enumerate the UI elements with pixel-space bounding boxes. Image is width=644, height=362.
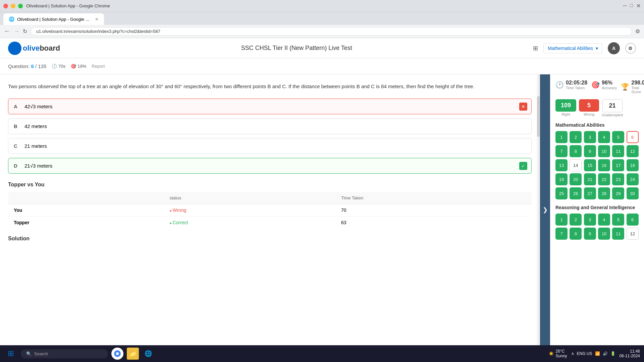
taskbar-search[interactable]: 🔍 Search [21, 349, 108, 358]
math-question-18[interactable]: 18 [627, 159, 639, 171]
file-explorer-icon[interactable]: 📁 [127, 348, 139, 360]
target-stat-icon: 🎯 [591, 81, 600, 89]
header-right: ⊞ Mathematical Abilities ▾ A ⚙ [533, 42, 636, 54]
reasoning-question-11[interactable]: 11 [612, 228, 624, 240]
row-topper-time: 63 [336, 217, 532, 229]
scrollbar-thumb[interactable] [537, 96, 540, 137]
right-label: Right [561, 112, 570, 116]
chevron-down-icon: ▾ [596, 46, 598, 51]
up-arrow-icon[interactable]: ∧ [571, 351, 574, 356]
math-question-13[interactable]: 13 [555, 159, 568, 171]
time-value: 70s [58, 64, 65, 69]
restore-icon[interactable]: □ [630, 3, 633, 9]
total-score-label: Total Score [631, 86, 644, 94]
section-label: Mathematical Abilities [548, 46, 593, 51]
svg-point-3 [116, 352, 119, 355]
reasoning-question-4[interactable]: 4 [598, 214, 610, 226]
avatar[interactable]: A [608, 42, 620, 54]
option-b[interactable]: B 42 meters [8, 118, 532, 134]
settings-icon[interactable]: ⚙ [625, 43, 636, 54]
reasoning-question-1[interactable]: 1 [555, 214, 568, 226]
windows-start-button[interactable]: ⊞ [4, 347, 17, 360]
weather-desc: Sunny [556, 354, 567, 358]
sidebar-toggle[interactable]: ❯ [540, 74, 550, 345]
math-question-23[interactable]: 23 [612, 173, 624, 185]
math-question-15[interactable]: 15 [584, 159, 596, 171]
option-b-text: 42 meters [24, 123, 47, 129]
math-question-9[interactable]: 9 [584, 145, 596, 157]
maximize-button[interactable] [18, 4, 23, 8]
close-button[interactable] [3, 4, 8, 8]
reasoning-question-6[interactable]: 6 [627, 214, 639, 226]
math-question-29[interactable]: 29 [612, 187, 624, 199]
app-container: oliveboard SSC CHSL Tier II (New Pattern… [0, 38, 644, 345]
math-question-1[interactable]: 1 [555, 131, 568, 143]
math-question-4[interactable]: 4 [598, 131, 610, 143]
math-question-3[interactable]: 3 [584, 131, 596, 143]
grid-icon[interactable]: ⊞ [533, 45, 538, 52]
section-selector[interactable]: Mathematical Abilities ▾ [543, 43, 602, 53]
refresh-icon[interactable]: ↻ [23, 28, 27, 35]
accuracy-badge: 🎯 19% [71, 64, 86, 69]
math-question-22[interactable]: 22 [598, 173, 610, 185]
report-link[interactable]: Report [92, 64, 105, 69]
option-d-text: 21√3 meters [24, 163, 52, 169]
math-question-21[interactable]: 21 [584, 173, 596, 185]
row-topper-status: Correct [164, 217, 336, 229]
math-question-17[interactable]: 17 [612, 159, 624, 171]
math-question-19[interactable]: 19 [555, 173, 568, 185]
url-bar[interactable] [31, 27, 632, 36]
wrong-badge: 5 [579, 99, 599, 112]
edge-icon[interactable]: 🌐 [142, 348, 154, 360]
reasoning-question-5[interactable]: 5 [612, 214, 624, 226]
math-question-27[interactable]: 27 [584, 187, 596, 199]
math-question-16[interactable]: 16 [598, 159, 610, 171]
math-question-5[interactable]: 5 [612, 131, 624, 143]
accuracy-stat-label: Accuracy [602, 86, 617, 90]
math-question-11[interactable]: 11 [612, 145, 624, 157]
table-row-you: You Wrong 70 [8, 204, 532, 217]
chrome-icon[interactable] [111, 348, 123, 360]
option-a[interactable]: A 42√3 meters ✕ [8, 99, 532, 114]
reasoning-question-3[interactable]: 3 [584, 214, 596, 226]
math-question-2[interactable]: 2 [570, 131, 582, 143]
clock-time: 11:46 [620, 349, 640, 354]
option-c[interactable]: C 21 meters [8, 138, 532, 154]
back-icon[interactable]: ← [4, 28, 10, 35]
active-tab[interactable]: 🌐 Oliveboard | Solution App - Google Chr… [3, 13, 104, 25]
option-d[interactable]: D 21√3 meters ✓ [8, 158, 532, 174]
reasoning-question-8[interactable]: 8 [570, 228, 582, 240]
tab-close-icon[interactable]: ✕ [95, 17, 99, 22]
reasoning-question-7[interactable]: 7 [555, 228, 568, 240]
math-question-10[interactable]: 10 [598, 145, 610, 157]
row-you-time: 70 [336, 204, 532, 217]
browser-controls[interactable] [3, 4, 23, 8]
math-question-30[interactable]: 30 [627, 187, 639, 199]
reasoning-question-10[interactable]: 10 [598, 228, 610, 240]
math-question-26[interactable]: 26 [570, 187, 582, 199]
math-question-28[interactable]: 28 [598, 187, 610, 199]
reasoning-section-title: Reasoning and General Intelligence [555, 205, 639, 210]
trophy-icon: 🏆 [621, 83, 629, 91]
app-header: oliveboard SSC CHSL Tier II (New Pattern… [0, 38, 644, 58]
option-a-label: A [14, 104, 20, 109]
math-question-25[interactable]: 25 [555, 187, 568, 199]
extension-icon[interactable]: ⚙ [635, 28, 640, 35]
reasoning-question-12[interactable]: 12 [627, 228, 639, 240]
math-question-6[interactable]: 6 [627, 131, 639, 143]
scrollbar-track[interactable] [537, 74, 540, 345]
math-question-7[interactable]: 7 [555, 145, 568, 157]
reasoning-question-2[interactable]: 2 [570, 214, 582, 226]
forward-icon[interactable]: → [13, 28, 19, 35]
minimize-button[interactable] [11, 4, 15, 8]
minimize-icon[interactable]: ─ [623, 3, 627, 9]
total-score-value: 298.00 [631, 80, 644, 86]
math-question-14[interactable]: 14 [570, 159, 582, 171]
math-question-24[interactable]: 24 [627, 173, 639, 185]
close-icon[interactable]: ✕ [636, 3, 641, 9]
math-question-20[interactable]: 20 [570, 173, 582, 185]
math-question-8[interactable]: 8 [570, 145, 582, 157]
math-question-12[interactable]: 12 [627, 145, 639, 157]
math-question-grid: 1234567891011121314151617181920212223242… [555, 131, 639, 199]
reasoning-question-9[interactable]: 9 [584, 228, 596, 240]
